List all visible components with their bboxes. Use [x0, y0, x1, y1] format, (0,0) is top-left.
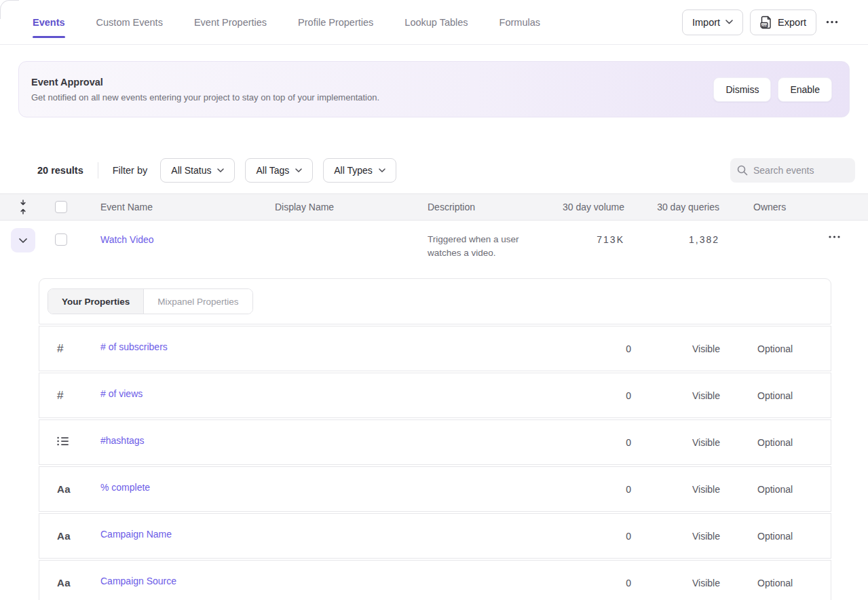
filter-by-label: Filter by [113, 165, 148, 176]
property-value: 0 [593, 343, 668, 354]
tab-custom-events[interactable]: Custom Events [96, 0, 163, 44]
svg-text:csv: csv [761, 22, 768, 26]
column-owners: Owners [719, 202, 801, 212]
tab-formulas[interactable]: Formulas [499, 0, 540, 44]
banner-actions: Dismiss Enable [713, 77, 832, 102]
search-box [730, 158, 855, 183]
nav-tabs: Events Custom Events Event Properties Pr… [33, 0, 540, 44]
property-row: Aa Campaign Source 0 Visible Optional [39, 560, 831, 600]
row-checkbox[interactable] [55, 233, 67, 246]
properties-panel: Your Properties Mixpanel Properties # # … [39, 278, 831, 600]
event-name-link[interactable]: Watch Video [100, 234, 154, 245]
property-value: 0 [593, 390, 668, 401]
import-button-label: Import [692, 17, 720, 28]
property-name-link[interactable]: # of views [100, 388, 593, 399]
property-name-link[interactable]: % complete [100, 482, 593, 493]
ellipsis-icon [829, 236, 840, 238]
tab-your-properties[interactable]: Your Properties [48, 289, 144, 314]
property-visibility: Visible [668, 390, 746, 401]
types-filter-dropdown[interactable]: All Types [323, 158, 396, 183]
number-type-icon: # [57, 342, 63, 355]
property-requirement: Optional [746, 343, 831, 354]
divider [98, 162, 98, 179]
tab-event-properties[interactable]: Event Properties [194, 0, 267, 44]
more-options-button[interactable] [823, 10, 841, 35]
topbar-actions: Import csv Export [682, 10, 841, 35]
text-type-icon: Aa [57, 483, 71, 495]
import-button[interactable]: Import [682, 10, 743, 35]
events-table-header: Event Name Display Name Description 30 d… [0, 193, 868, 221]
chevron-down-icon [379, 168, 385, 172]
property-requirement: Optional [746, 390, 831, 401]
chevron-down-icon [217, 168, 224, 172]
column-volume: 30 day volume [536, 202, 624, 212]
filter-row: 20 results Filter by All Status All Tags… [0, 158, 868, 183]
column-event-name: Event Name [69, 202, 275, 212]
event-description: Triggered when a user watches a video. [428, 221, 536, 260]
property-name-link[interactable]: #hashtags [100, 435, 593, 446]
ellipsis-icon [826, 20, 838, 24]
column-description: Description [428, 202, 536, 212]
property-requirement: Optional [746, 484, 831, 495]
tags-filter-dropdown[interactable]: All Tags [245, 158, 313, 183]
filter-dropdowns: All Status All Tags All Types [160, 158, 396, 183]
top-tab-bar: Events Custom Events Event Properties Pr… [0, 0, 868, 45]
property-value: 0 [593, 484, 668, 495]
property-row: Aa % complete 0 Visible Optional [39, 466, 831, 512]
property-name-link[interactable]: Campaign Name [100, 529, 593, 540]
event-volume: 713K [536, 221, 624, 245]
results-count: 20 results [37, 165, 83, 176]
event-row-watch-video: Watch Video Triggered when a user watche… [0, 221, 868, 278]
select-all-checkbox[interactable] [55, 201, 67, 213]
status-filter-label: All Status [171, 165, 211, 176]
event-approval-banner: Event Approval Get notified on all new e… [18, 61, 850, 117]
status-filter-dropdown[interactable]: All Status [160, 158, 235, 183]
property-name-link[interactable]: Campaign Source [100, 576, 593, 586]
row-more-options-button[interactable] [826, 233, 843, 241]
property-requirement: Optional [746, 437, 831, 448]
property-visibility: Visible [668, 578, 746, 588]
collapse-all-icon[interactable] [19, 200, 27, 214]
csv-file-icon: csv [760, 16, 772, 29]
chevron-down-icon [19, 238, 27, 243]
collapse-row-button[interactable] [11, 228, 35, 252]
search-input[interactable] [753, 165, 848, 176]
property-value: 0 [593, 531, 668, 542]
property-row: # # of views 0 Visible Optional [39, 373, 831, 418]
property-row: Aa Campaign Name 0 Visible Optional [39, 513, 831, 559]
export-button-label: Export [778, 17, 806, 28]
tab-lookup-tables[interactable]: Lookup Tables [404, 0, 468, 44]
event-queries: 1,382 [624, 221, 719, 245]
tab-mixpanel-properties[interactable]: Mixpanel Properties [144, 289, 252, 314]
property-requirement: Optional [746, 531, 831, 542]
text-type-icon: Aa [57, 577, 71, 588]
text-type-icon: Aa [57, 530, 71, 542]
property-visibility: Visible [668, 437, 746, 448]
property-visibility: Visible [668, 343, 746, 354]
property-requirement: Optional [746, 578, 831, 588]
export-button[interactable]: csv Export [750, 10, 816, 35]
property-value: 0 [593, 437, 668, 448]
property-name-link[interactable]: # of subscribers [100, 341, 593, 352]
chevron-down-icon [295, 168, 302, 172]
column-display-name: Display Name [275, 202, 428, 212]
banner-text: Event Approval Get notified on all new e… [31, 77, 379, 102]
properties-tabs-card: Your Properties Mixpanel Properties [39, 278, 831, 324]
search-icon [737, 165, 748, 176]
properties-segmented-control: Your Properties Mixpanel Properties [48, 288, 253, 314]
property-visibility: Visible [668, 531, 746, 542]
lexicon-page: Events Custom Events Event Properties Pr… [0, 0, 868, 600]
chevron-down-icon [725, 20, 733, 24]
tab-profile-properties[interactable]: Profile Properties [298, 0, 373, 44]
list-type-icon [57, 436, 69, 446]
property-row: # # of subscribers 0 Visible Optional [39, 326, 831, 371]
enable-button[interactable]: Enable [778, 77, 832, 102]
column-queries: 30 day queries [624, 202, 719, 212]
dismiss-button[interactable]: Dismiss [713, 77, 771, 102]
tags-filter-label: All Tags [256, 165, 289, 176]
property-value: 0 [593, 578, 668, 588]
property-row: #hashtags 0 Visible Optional [39, 419, 831, 465]
types-filter-label: All Types [334, 165, 373, 176]
tab-events[interactable]: Events [33, 0, 65, 44]
number-type-icon: # [57, 389, 63, 402]
